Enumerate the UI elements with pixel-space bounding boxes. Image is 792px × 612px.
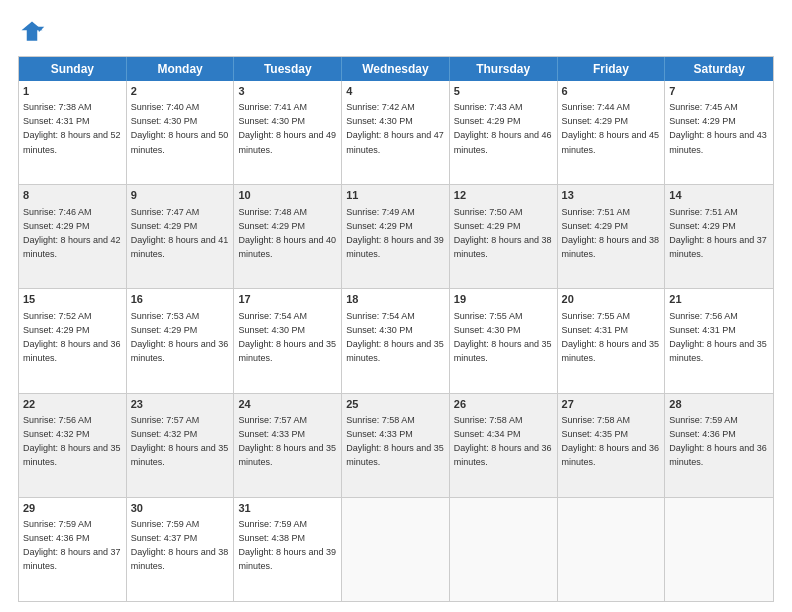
daylight-text: Daylight: 8 hours and 35 minutes. bbox=[131, 443, 229, 467]
day-number: 29 bbox=[23, 501, 122, 516]
daylight-text: Daylight: 8 hours and 35 minutes. bbox=[346, 339, 444, 363]
day-number: 3 bbox=[238, 84, 337, 99]
logo-icon bbox=[18, 18, 46, 46]
daylight-text: Daylight: 8 hours and 40 minutes. bbox=[238, 235, 336, 259]
table-row: 19Sunrise: 7:55 AMSunset: 4:30 PMDayligh… bbox=[450, 289, 558, 392]
sunrise-text: Sunrise: 7:54 AM bbox=[238, 311, 307, 321]
sunrise-text: Sunrise: 7:42 AM bbox=[346, 102, 415, 112]
sunset-text: Sunset: 4:29 PM bbox=[23, 221, 90, 231]
day-number: 18 bbox=[346, 292, 445, 307]
daylight-text: Daylight: 8 hours and 39 minutes. bbox=[346, 235, 444, 259]
table-row: 12Sunrise: 7:50 AMSunset: 4:29 PMDayligh… bbox=[450, 185, 558, 288]
day-number: 27 bbox=[562, 397, 661, 412]
day-number: 12 bbox=[454, 188, 553, 203]
daylight-text: Daylight: 8 hours and 49 minutes. bbox=[238, 130, 336, 154]
daylight-text: Daylight: 8 hours and 35 minutes. bbox=[454, 339, 552, 363]
table-row: 28Sunrise: 7:59 AMSunset: 4:36 PMDayligh… bbox=[665, 394, 773, 497]
calendar: SundayMondayTuesdayWednesdayThursdayFrid… bbox=[18, 56, 774, 602]
daylight-text: Daylight: 8 hours and 36 minutes. bbox=[454, 443, 552, 467]
sunrise-text: Sunrise: 7:59 AM bbox=[23, 519, 92, 529]
table-row bbox=[450, 498, 558, 601]
daylight-text: Daylight: 8 hours and 38 minutes. bbox=[131, 547, 229, 571]
daylight-text: Daylight: 8 hours and 41 minutes. bbox=[131, 235, 229, 259]
table-row: 20Sunrise: 7:55 AMSunset: 4:31 PMDayligh… bbox=[558, 289, 666, 392]
day-number: 7 bbox=[669, 84, 769, 99]
sunset-text: Sunset: 4:30 PM bbox=[238, 116, 305, 126]
table-row: 13Sunrise: 7:51 AMSunset: 4:29 PMDayligh… bbox=[558, 185, 666, 288]
day-number: 4 bbox=[346, 84, 445, 99]
day-number: 13 bbox=[562, 188, 661, 203]
day-header-wednesday: Wednesday bbox=[342, 57, 450, 81]
sunset-text: Sunset: 4:32 PM bbox=[131, 429, 198, 439]
daylight-text: Daylight: 8 hours and 35 minutes. bbox=[23, 443, 121, 467]
sunset-text: Sunset: 4:31 PM bbox=[562, 325, 629, 335]
day-header-monday: Monday bbox=[127, 57, 235, 81]
table-row: 2Sunrise: 7:40 AMSunset: 4:30 PMDaylight… bbox=[127, 81, 235, 184]
calendar-row-4: 22Sunrise: 7:56 AMSunset: 4:32 PMDayligh… bbox=[19, 394, 773, 498]
sunrise-text: Sunrise: 7:54 AM bbox=[346, 311, 415, 321]
daylight-text: Daylight: 8 hours and 35 minutes. bbox=[562, 339, 660, 363]
day-number: 16 bbox=[131, 292, 230, 307]
daylight-text: Daylight: 8 hours and 37 minutes. bbox=[669, 235, 767, 259]
sunset-text: Sunset: 4:30 PM bbox=[131, 116, 198, 126]
sunset-text: Sunset: 4:29 PM bbox=[669, 116, 736, 126]
day-number: 28 bbox=[669, 397, 769, 412]
table-row: 26Sunrise: 7:58 AMSunset: 4:34 PMDayligh… bbox=[450, 394, 558, 497]
day-number: 2 bbox=[131, 84, 230, 99]
day-number: 22 bbox=[23, 397, 122, 412]
day-number: 5 bbox=[454, 84, 553, 99]
sunrise-text: Sunrise: 7:45 AM bbox=[669, 102, 738, 112]
sunrise-text: Sunrise: 7:41 AM bbox=[238, 102, 307, 112]
sunset-text: Sunset: 4:37 PM bbox=[131, 533, 198, 543]
sunrise-text: Sunrise: 7:55 AM bbox=[562, 311, 631, 321]
table-row: 21Sunrise: 7:56 AMSunset: 4:31 PMDayligh… bbox=[665, 289, 773, 392]
day-number: 17 bbox=[238, 292, 337, 307]
sunset-text: Sunset: 4:38 PM bbox=[238, 533, 305, 543]
sunset-text: Sunset: 4:29 PM bbox=[669, 221, 736, 231]
daylight-text: Daylight: 8 hours and 38 minutes. bbox=[454, 235, 552, 259]
table-row: 9Sunrise: 7:47 AMSunset: 4:29 PMDaylight… bbox=[127, 185, 235, 288]
sunrise-text: Sunrise: 7:56 AM bbox=[669, 311, 738, 321]
daylight-text: Daylight: 8 hours and 36 minutes. bbox=[562, 443, 660, 467]
table-row: 3Sunrise: 7:41 AMSunset: 4:30 PMDaylight… bbox=[234, 81, 342, 184]
table-row: 31Sunrise: 7:59 AMSunset: 4:38 PMDayligh… bbox=[234, 498, 342, 601]
sunset-text: Sunset: 4:29 PM bbox=[346, 221, 413, 231]
sunset-text: Sunset: 4:29 PM bbox=[454, 116, 521, 126]
sunrise-text: Sunrise: 7:48 AM bbox=[238, 207, 307, 217]
sunrise-text: Sunrise: 7:52 AM bbox=[23, 311, 92, 321]
daylight-text: Daylight: 8 hours and 52 minutes. bbox=[23, 130, 121, 154]
sunset-text: Sunset: 4:31 PM bbox=[23, 116, 90, 126]
table-row: 25Sunrise: 7:58 AMSunset: 4:33 PMDayligh… bbox=[342, 394, 450, 497]
day-number: 30 bbox=[131, 501, 230, 516]
sunset-text: Sunset: 4:31 PM bbox=[669, 325, 736, 335]
table-row: 22Sunrise: 7:56 AMSunset: 4:32 PMDayligh… bbox=[19, 394, 127, 497]
calendar-row-1: 1Sunrise: 7:38 AMSunset: 4:31 PMDaylight… bbox=[19, 81, 773, 185]
sunrise-text: Sunrise: 7:59 AM bbox=[669, 415, 738, 425]
sunrise-text: Sunrise: 7:51 AM bbox=[669, 207, 738, 217]
sunrise-text: Sunrise: 7:49 AM bbox=[346, 207, 415, 217]
calendar-row-2: 8Sunrise: 7:46 AMSunset: 4:29 PMDaylight… bbox=[19, 185, 773, 289]
sunrise-text: Sunrise: 7:40 AM bbox=[131, 102, 200, 112]
sunrise-text: Sunrise: 7:43 AM bbox=[454, 102, 523, 112]
sunset-text: Sunset: 4:34 PM bbox=[454, 429, 521, 439]
table-row: 18Sunrise: 7:54 AMSunset: 4:30 PMDayligh… bbox=[342, 289, 450, 392]
sunrise-text: Sunrise: 7:57 AM bbox=[131, 415, 200, 425]
sunrise-text: Sunrise: 7:55 AM bbox=[454, 311, 523, 321]
daylight-text: Daylight: 8 hours and 35 minutes. bbox=[346, 443, 444, 467]
table-row: 23Sunrise: 7:57 AMSunset: 4:32 PMDayligh… bbox=[127, 394, 235, 497]
daylight-text: Daylight: 8 hours and 37 minutes. bbox=[23, 547, 121, 571]
daylight-text: Daylight: 8 hours and 43 minutes. bbox=[669, 130, 767, 154]
sunset-text: Sunset: 4:30 PM bbox=[454, 325, 521, 335]
day-number: 6 bbox=[562, 84, 661, 99]
table-row: 16Sunrise: 7:53 AMSunset: 4:29 PMDayligh… bbox=[127, 289, 235, 392]
daylight-text: Daylight: 8 hours and 39 minutes. bbox=[238, 547, 336, 571]
sunset-text: Sunset: 4:29 PM bbox=[131, 221, 198, 231]
sunset-text: Sunset: 4:29 PM bbox=[131, 325, 198, 335]
sunset-text: Sunset: 4:30 PM bbox=[346, 325, 413, 335]
table-row: 17Sunrise: 7:54 AMSunset: 4:30 PMDayligh… bbox=[234, 289, 342, 392]
sunrise-text: Sunrise: 7:58 AM bbox=[454, 415, 523, 425]
sunrise-text: Sunrise: 7:59 AM bbox=[131, 519, 200, 529]
table-row: 29Sunrise: 7:59 AMSunset: 4:36 PMDayligh… bbox=[19, 498, 127, 601]
sunset-text: Sunset: 4:36 PM bbox=[23, 533, 90, 543]
logo bbox=[18, 18, 50, 46]
